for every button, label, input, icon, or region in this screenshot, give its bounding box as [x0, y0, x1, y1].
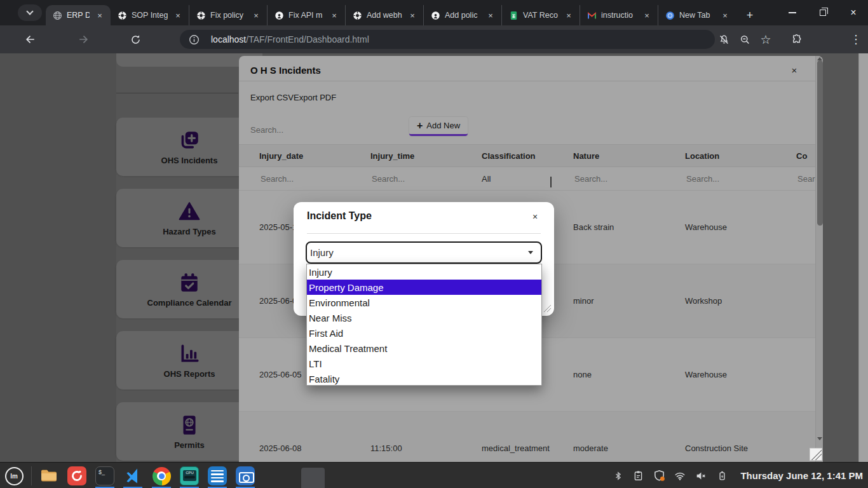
chatgpt-icon: [117, 10, 127, 20]
taskbar-divider: [31, 466, 32, 485]
mint-logo-icon: lm: [5, 467, 24, 485]
vscode-icon: [123, 466, 142, 485]
tab-close-button[interactable]: ×: [641, 10, 653, 21]
select-value: Injury: [310, 247, 334, 258]
new-tab-button[interactable]: +: [741, 6, 759, 24]
back-button[interactable]: [22, 31, 39, 48]
address-bar[interactable]: localhost/TAF/FrontEnd/Dashboard.html: [180, 30, 715, 49]
text-editor-app-button[interactable]: [207, 466, 227, 486]
tab-add-webhook[interactable]: Add webh ×: [345, 5, 423, 25]
tab-new-tab[interactable]: New Tab ×: [658, 5, 736, 25]
mint-menu-button[interactable]: lm: [4, 466, 24, 486]
page-scrollbar[interactable]: [858, 53, 868, 462]
vscode-app-button[interactable]: [123, 466, 143, 486]
chromium-icon: [665, 10, 675, 20]
tab-vat-reconciliation[interactable]: VAT Reco ×: [501, 5, 580, 25]
select-arrow-icon: [528, 251, 533, 254]
extensions-icon[interactable]: [788, 31, 804, 48]
security-shield-icon[interactable]: [653, 470, 665, 482]
chrome-icon: [153, 467, 171, 485]
tab-fix-api[interactable]: Fix API m ×: [267, 5, 345, 25]
option-lti[interactable]: LTI: [307, 356, 541, 371]
cpu-x-icon: CPU: [180, 466, 199, 485]
restore-button[interactable]: [815, 4, 831, 21]
tab-search-button[interactable]: [18, 4, 42, 21]
wifi-icon[interactable]: [674, 470, 686, 482]
tab-close-button[interactable]: ×: [250, 10, 262, 21]
option-fatality[interactable]: Fatality: [307, 371, 541, 386]
tab-add-policy[interactable]: Add polic ×: [423, 5, 501, 25]
terminal-icon: $_: [95, 466, 114, 485]
gmail-icon: [587, 10, 597, 20]
tab-label: Add polic: [445, 11, 480, 20]
dialog-title: Incident Type: [307, 210, 372, 222]
firefox-app-button[interactable]: [67, 466, 87, 486]
tab-close-button[interactable]: ×: [329, 10, 340, 21]
option-environmental[interactable]: Environmental: [307, 295, 541, 310]
clipboard-icon[interactable]: [632, 470, 644, 482]
taskbar: lm $_ CPU: [0, 462, 868, 488]
incident-type-listbox: Injury Property Damage Environmental Nea…: [306, 264, 542, 386]
taskbar-clock[interactable]: Thursday June 12, 1:41 PM: [740, 470, 863, 481]
tab-close-button[interactable]: ×: [719, 10, 731, 21]
tab-close-button[interactable]: ×: [407, 10, 418, 21]
tab-sop-integration[interactable]: SOP Integ ×: [111, 5, 189, 25]
battery-charging-icon[interactable]: [715, 470, 728, 482]
tab-close-button[interactable]: ×: [172, 10, 184, 21]
files-app-button[interactable]: [39, 466, 59, 486]
bookmark-star-icon[interactable]: ☆: [757, 31, 774, 48]
chatgpt-icon: [196, 10, 206, 20]
close-window-button[interactable]: ×: [845, 4, 862, 21]
bluetooth-icon[interactable]: [611, 470, 623, 482]
tab-close-button[interactable]: ×: [485, 10, 496, 21]
option-near-miss[interactable]: Near Miss: [307, 310, 541, 325]
tabs: ERP Dash × SOP Integ × Fix policy × Fix …: [46, 5, 759, 25]
volume-muted-icon[interactable]: [695, 470, 707, 482]
url-text[interactable]: localhost/TAF/FrontEnd/Dashboard.html: [211, 34, 369, 44]
option-medical-treatment[interactable]: Medical Treatment: [307, 341, 541, 356]
browser-toolbar: localhost/TAF/FrontEnd/Dashboard.html ☆ …: [0, 25, 868, 53]
incident-type-select[interactable]: Injury: [306, 241, 542, 264]
zoom-out-icon[interactable]: [736, 31, 753, 48]
menu-kebab-icon[interactable]: ⋮: [848, 31, 864, 48]
minimize-icon: [789, 12, 796, 13]
tab-label: New Tab: [679, 11, 715, 20]
tab-label: Add webh: [367, 11, 402, 20]
tab-close-button[interactable]: ×: [563, 10, 574, 21]
site-info-icon[interactable]: [189, 34, 200, 45]
tab-label: ERP Dash: [67, 11, 90, 20]
divider: [307, 233, 541, 234]
tab-close-button[interactable]: ×: [94, 10, 105, 21]
text-editor-icon: [208, 466, 227, 485]
sheets-icon: [508, 10, 519, 20]
cpu-x-app-button[interactable]: CPU: [179, 466, 200, 486]
forward-button[interactable]: [75, 31, 92, 48]
minimize-button[interactable]: [784, 4, 801, 21]
screenshot-app-button[interactable]: [235, 466, 255, 486]
tab-erp-dashboard[interactable]: ERP Dash ×: [46, 5, 111, 25]
firefox-icon: [67, 466, 86, 485]
dialog-close-button[interactable]: ×: [529, 210, 541, 223]
option-first-aid[interactable]: First Aid: [307, 325, 541, 341]
folder-icon: [39, 466, 58, 485]
window-controls: ×: [784, 0, 868, 25]
scroll-corner-resize-grip[interactable]: [810, 448, 822, 461]
browser-tab-strip: ERP Dash × SOP Integ × Fix policy × Fix …: [0, 0, 868, 25]
url-host: localhost: [211, 34, 246, 44]
terminal-app-button[interactable]: $_: [95, 466, 115, 486]
reload-button[interactable]: [127, 31, 144, 48]
tab-fix-policy[interactable]: Fix policy ×: [189, 5, 267, 25]
notifications-blocked-icon[interactable]: [715, 31, 732, 48]
chevron-down-icon: [26, 8, 33, 15]
option-property-damage[interactable]: Property Damage: [307, 280, 541, 295]
screen: ERP Dash × SOP Integ × Fix policy × Fix …: [0, 0, 868, 488]
resize-grip[interactable]: [543, 304, 551, 312]
restore-icon: [820, 10, 826, 16]
chatgpt-icon: [352, 10, 362, 20]
github-icon: [430, 10, 440, 20]
tab-label: instructio: [601, 11, 637, 20]
option-injury[interactable]: Injury: [307, 264, 541, 280]
tab-instructions[interactable]: instructio ×: [580, 5, 658, 25]
chrome-app-button[interactable]: [151, 466, 172, 486]
tab-label: VAT Reco: [523, 11, 559, 20]
